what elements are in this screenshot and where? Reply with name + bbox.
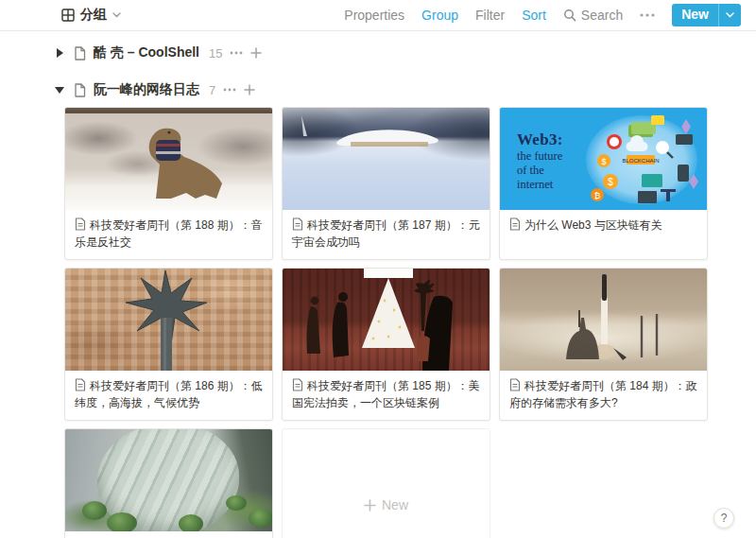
gallery-card[interactable]: 科技爱好者周刊（第 185 期）：美国宪法拍卖，一个区块链案例 (282, 268, 490, 421)
card-title: 科技爱好者周刊（第 186 期）：低纬度，高海拔，气候优势 (75, 379, 263, 409)
page-icon (74, 83, 86, 97)
gallery-card[interactable]: 科技爱好者周刊（第 184 期）：政府的存储需求有多大? (499, 268, 708, 421)
properties-button[interactable]: Properties (344, 8, 404, 23)
card-cover-image (65, 429, 272, 531)
gallery-grid: 科技爱好者周刊（第 188 期）：音乐是反社交 科技爱好者周刊（第 187 期）… (64, 107, 756, 538)
sort-button[interactable]: Sort (522, 8, 546, 23)
gallery-card[interactable]: 科技爱好者周刊（第 188 期）：音乐是反社交 (64, 107, 273, 260)
svg-text:₿: ₿ (594, 191, 601, 200)
document-icon (75, 378, 86, 391)
svg-text:$: $ (601, 157, 606, 166)
group-button[interactable]: Group (421, 8, 458, 23)
document-icon (75, 217, 86, 231)
new-page-card[interactable]: New (282, 428, 490, 538)
collapse-toggle-icon[interactable] (53, 87, 66, 94)
group-count-badge: 7 (209, 83, 215, 97)
card-title-row: 科技爱好者周刊（第 186 期）：低纬度，高海拔，气候优势 (65, 371, 272, 420)
tree-shape (82, 501, 107, 520)
gallery-card[interactable]: $ $ ₿ BLOCKCHAIN Web3: (499, 107, 708, 260)
card-title-row: 科技爱好者周刊（第 187 期）：元宇宙会成功吗 (283, 210, 490, 259)
view-switcher[interactable]: 分组 (61, 7, 121, 24)
tree-shape (249, 509, 272, 528)
card-title: 为什么 Web3 与区块链有关 (524, 218, 662, 232)
card-cover-image (283, 108, 490, 210)
group-title[interactable]: 阮一峰的网络日志 (94, 81, 199, 98)
gallery-card[interactable]: 科技爱好者周刊（第 187 期）：元宇宙会成功吗 (282, 107, 490, 260)
topbar: 分组 Properties Group Filter Sort Search N… (0, 0, 756, 31)
new-button-label: New (672, 4, 718, 26)
search-label: Search (581, 8, 623, 23)
group-add-icon[interactable] (250, 47, 262, 59)
card-title-row: 科技爱好者周刊（第 185 期）：美国宪法拍卖，一个区块链案例 (283, 371, 490, 420)
new-button[interactable]: New (672, 4, 741, 26)
group-header-ruanyifeng: 阮一峰的网络日志 7 (53, 79, 756, 100)
document-icon (292, 217, 303, 231)
card-title-row: 科技爱好者周刊（第 188 期）：音乐是反社交 (65, 210, 272, 259)
document-icon (509, 378, 521, 391)
card-title-row: 科技爱好者周刊（第 183 期）：腾讯的员工退休福利 (65, 531, 272, 538)
card-title: 科技爱好者周刊（第 187 期）：元宇宙会成功吗 (292, 218, 480, 249)
view-title: 分组 (80, 7, 107, 24)
gallery-card[interactable]: 科技爱好者周刊（第 186 期）：低纬度，高海拔，气候优势 (64, 268, 273, 421)
gallery-card[interactable]: 科技爱好者周刊（第 183 期）：腾讯的员工退休福利 (64, 428, 273, 538)
card-cover-image: $ $ ₿ BLOCKCHAIN Web3: (500, 108, 707, 210)
card-cover-image (65, 108, 272, 210)
new-page-label: New (382, 497, 408, 512)
card-cover-image (500, 269, 707, 371)
tree-shape (107, 512, 137, 531)
card-title: 科技爱好者周刊（第 184 期）：政府的存储需求有多大? (509, 379, 697, 409)
group-more-icon[interactable] (230, 51, 243, 55)
search-icon (563, 9, 576, 22)
search-button[interactable]: Search (563, 8, 623, 23)
group-title[interactable]: 酷 壳 – CoolShell (94, 44, 199, 61)
group-more-icon[interactable] (223, 88, 236, 92)
gallery-view-icon (61, 9, 75, 22)
card-title-row: 科技爱好者周刊（第 184 期）：政府的存储需求有多大? (500, 371, 707, 420)
page-icon (74, 46, 86, 61)
expand-toggle-icon[interactable] (53, 48, 66, 58)
more-options-icon[interactable] (640, 13, 655, 17)
card-cover-image (283, 269, 490, 371)
card-title: 科技爱好者周刊（第 188 期）：音乐是反社交 (75, 218, 263, 249)
card-title: 科技爱好者周刊（第 185 期）：美国宪法拍卖，一个区块链案例 (292, 379, 480, 409)
tree-shape (179, 514, 203, 531)
group-count-badge: 15 (209, 46, 222, 61)
tree-shape (226, 495, 247, 511)
svg-text:BLOCKCHAIN: BLOCKCHAIN (622, 158, 659, 164)
card-title-row: 为什么 Web3 与区块链有关 (500, 210, 707, 242)
board-content: 酷 壳 – CoolShell 15 阮一峰的网络日志 7 (0, 43, 756, 538)
group-add-icon[interactable] (244, 84, 255, 95)
plus-icon (364, 499, 376, 512)
document-icon (292, 378, 303, 391)
document-icon (509, 217, 521, 231)
chevron-down-icon (112, 12, 121, 18)
svg-text:$: $ (608, 177, 613, 187)
help-button[interactable]: ? (713, 508, 734, 529)
web3-cover-text: Web3: the future of the internet (517, 130, 563, 191)
group-header-coolshell: 酷 壳 – CoolShell 15 (53, 43, 756, 63)
card-cover-image (65, 269, 272, 371)
new-button-dropdown[interactable] (718, 4, 741, 26)
filter-button[interactable]: Filter (475, 8, 505, 23)
toolbar: Properties Group Filter Sort Search New (344, 4, 741, 26)
